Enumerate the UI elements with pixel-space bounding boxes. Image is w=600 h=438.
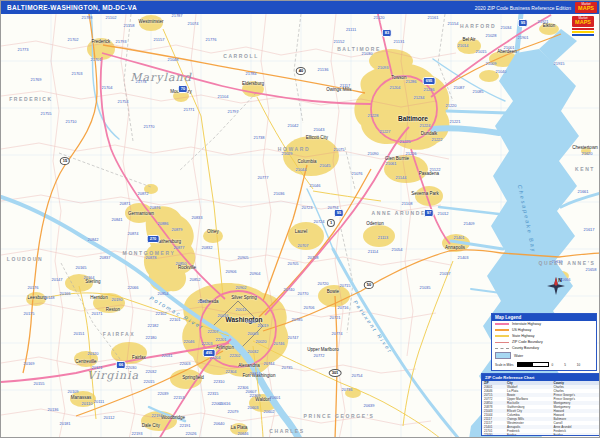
legend-label: ZIP Code Boundary — [512, 340, 543, 344]
legend-swatch-line-us — [495, 329, 509, 331]
color-strip-yellow — [572, 31, 594, 33]
page-title: BALTIMORE-WASHINGTON, MD-DC-VA — [7, 4, 137, 11]
scale-bar-segments — [517, 362, 549, 367]
magothy-river — [439, 207, 499, 214]
legend-label: Interstate Highway — [512, 322, 541, 326]
compass-star-icon — [547, 277, 565, 295]
legend-swatch-box-water — [495, 352, 511, 359]
legend-label: US Highway — [512, 328, 531, 332]
legend-swatch-line-st — [495, 335, 509, 337]
zip-index-table: ZIPCityCounty20601WaldorfCharles20646La … — [482, 381, 599, 436]
logo-main-text: MAPS — [575, 20, 591, 26]
edition-text: 2020 ZIP Code Business Reference Edition — [475, 5, 571, 11]
scale-tick: 10 — [577, 363, 580, 367]
publisher-logo-small: Market MAPS — [572, 16, 594, 27]
scale-tick: 5 — [564, 363, 566, 367]
compass-rose: N — [547, 277, 573, 283]
legend-label: State Highway — [512, 334, 535, 338]
scale-title: Scale in Miles — [495, 363, 514, 367]
index-row: 22030FairfaxFairfax — [482, 433, 599, 436]
publisher-logo: Market MAPS — [575, 2, 597, 13]
zip-index-title: ZIP Code Reference Chart — [482, 374, 599, 381]
index-cell: Fairfax — [505, 433, 551, 436]
legend-swatch-dash-county — [495, 348, 509, 349]
title-banner: BALTIMORE-WASHINGTON, MD-DC-VA 2020 ZIP … — [1, 1, 599, 14]
roads-interstate — [1, 14, 551, 438]
scale-tick: 0 — [552, 363, 554, 367]
map-page: MarylandVirginiaCARROLLBALTIMOREHARFORDF… — [0, 0, 600, 438]
legend-items: Interstate HighwayUS HighwayState Highwa… — [492, 321, 596, 360]
monocacy-river — [91, 14, 119, 139]
scale-bar: Scale in Miles 0510 — [492, 360, 596, 370]
legend-label: Water — [514, 354, 523, 358]
patuxent-river-lower — [333, 249, 459, 438]
logo-main-text: MAPS — [578, 6, 594, 12]
zip-index-panel: ZIP Code Reference Chart ZIPCityCounty20… — [481, 373, 600, 436]
legend-item: Water — [492, 351, 596, 360]
legend-title: Map Legend — [492, 314, 596, 321]
legend-label: County Boundary — [512, 346, 539, 350]
legend-swatch-line-zip — [495, 342, 509, 343]
color-strip-blue — [572, 34, 594, 36]
middle-river — [447, 111, 507, 113]
index-cell: Fairfax — [551, 433, 599, 436]
corner-logo: Market MAPS — [572, 16, 596, 36]
legend-swatch-line-i — [495, 323, 509, 325]
map-legend: Map Legend Interstate HighwayUS HighwayS… — [491, 313, 597, 371]
index-cell: 22030 — [482, 433, 505, 436]
scale-ticks: 0510 — [552, 363, 581, 367]
color-strip-red — [572, 28, 594, 30]
